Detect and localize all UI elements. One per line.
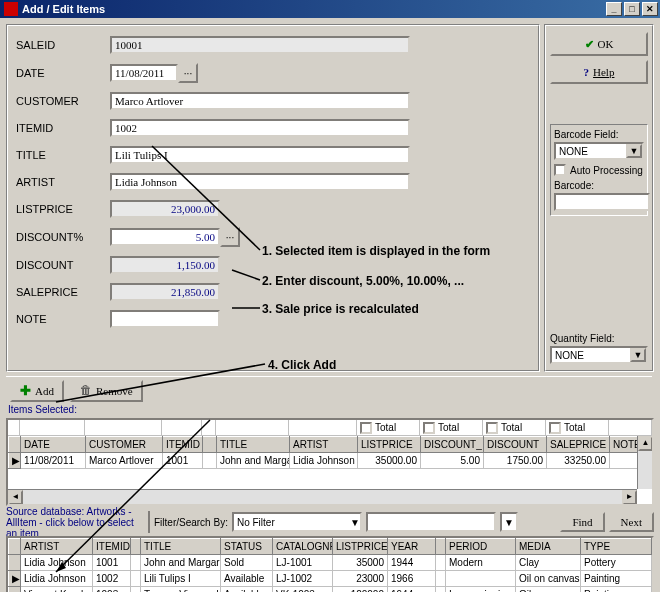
source-grid: ARTIST ITEMID TITLE STATUS CATALOGNR LIS… — [6, 536, 654, 592]
source-bar: Source database: Artworks - AllItem - cl… — [6, 510, 654, 534]
add-label: Add — [35, 385, 54, 397]
autoprocessing-label: Auto Processing — [570, 165, 643, 176]
chevron-down-icon: ▼ — [630, 348, 646, 362]
date-field[interactable] — [110, 64, 178, 82]
itemid-field[interactable] — [110, 119, 410, 137]
chevron-down-icon: ▼ — [626, 144, 642, 158]
barcode-field-value: NONE — [559, 146, 588, 157]
next-button[interactable]: Next — [609, 512, 654, 532]
discount-field[interactable] — [110, 256, 220, 274]
date-picker-button[interactable]: ··· — [178, 63, 198, 83]
titlebar: Add / Edit Items _ □ ✕ — [0, 0, 660, 18]
label-title: TITLE — [16, 149, 110, 161]
filter-label: Filter/Search By: — [154, 517, 228, 528]
minimize-button[interactable]: _ — [606, 2, 622, 16]
titlebar-text: Add / Edit Items — [22, 3, 606, 15]
discountpct-field[interactable] — [110, 228, 220, 246]
quantity-field-value: NONE — [555, 350, 584, 361]
ok-button[interactable]: ✔ OK — [550, 32, 648, 56]
toolbar: ✚ Add 🗑 Remove — [6, 376, 652, 404]
title-field[interactable] — [110, 146, 410, 164]
help-icon: ? — [584, 66, 590, 78]
filter-input[interactable] — [366, 512, 496, 532]
artist-field[interactable] — [110, 173, 410, 191]
label-listprice: LISTPRICE — [16, 203, 110, 215]
label-itemid: ITEMID — [16, 122, 110, 134]
total-discount-checkbox[interactable] — [486, 422, 498, 434]
label-date: DATE — [16, 67, 110, 79]
total-discountpct-checkbox[interactable] — [423, 422, 435, 434]
total-listprice-checkbox[interactable] — [360, 422, 372, 434]
add-button[interactable]: ✚ Add — [10, 380, 64, 402]
label-discountpct: DISCOUNT% — [16, 231, 110, 243]
saleprice-field[interactable] — [110, 283, 220, 301]
help-label: Help — [593, 66, 614, 78]
filter-mini-select[interactable]: ▼ — [500, 512, 518, 532]
barcode-input[interactable] — [554, 193, 650, 211]
trash-icon: 🗑 — [80, 383, 92, 398]
ok-label: OK — [598, 38, 614, 50]
label-artist: ARTIST — [16, 176, 110, 188]
source-info: Source database: Artworks - AllItem - cl… — [6, 506, 144, 539]
form-panel: SALEID DATE ··· CUSTOMER ITEMID TITLE — [6, 24, 540, 372]
titlebar-controls: _ □ ✕ — [606, 2, 658, 16]
discount-picker-button[interactable]: ··· — [220, 227, 240, 247]
note-field[interactable] — [110, 310, 220, 328]
table-row[interactable]: ▶ Lidia Johnson 1002 Lili Tulips I Avail… — [9, 571, 652, 587]
label-saleprice: SALEPRICE — [16, 286, 110, 298]
filter-value: No Filter — [237, 517, 275, 528]
row-pointer-icon: ▶ — [9, 453, 21, 469]
listprice-field[interactable] — [110, 200, 220, 218]
items-table[interactable]: DATE CUSTOMER ITEMID TITLE ARTIST LISTPR… — [8, 436, 652, 469]
customer-field[interactable] — [110, 92, 410, 110]
table-row[interactable]: Vincent Korgh 1003 Tuscan Vineyard Avail… — [9, 587, 652, 593]
filter-select[interactable]: No Filter ▼ — [232, 512, 362, 532]
chevron-down-icon: ▼ — [350, 517, 360, 528]
help-button[interactable]: ? Help — [550, 60, 648, 84]
quantity-field-select[interactable]: NONE ▼ — [550, 346, 648, 364]
barcode-label: Barcode: — [554, 180, 644, 191]
remove-button[interactable]: 🗑 Remove — [70, 380, 143, 402]
side-panel: ✔ OK ? Help Barcode Field: NONE ▼ Auto P… — [544, 24, 654, 372]
label-customer: CUSTOMER — [16, 95, 110, 107]
scrollbar-vertical[interactable]: ▲ — [637, 436, 652, 489]
barcode-field-select[interactable]: NONE ▼ — [554, 142, 644, 160]
items-header-row: DATE CUSTOMER ITEMID TITLE ARTIST LISTPR… — [9, 437, 652, 453]
table-row[interactable]: ▶ 11/08/2011 Marco Artlover 1001 John an… — [9, 453, 652, 469]
label-saleid: SALEID — [16, 39, 110, 51]
source-header-row: ARTIST ITEMID TITLE STATUS CATALOGNR LIS… — [9, 539, 652, 555]
close-button[interactable]: ✕ — [642, 2, 658, 16]
label-note: NOTE — [16, 313, 110, 325]
items-grid: Total Total Total Total DATE CUSTOMER IT… — [6, 418, 654, 506]
saleid-field[interactable] — [110, 36, 410, 54]
autoprocessing-checkbox[interactable] — [554, 164, 566, 176]
find-button[interactable]: Find — [560, 512, 604, 532]
barcode-group: Barcode Field: NONE ▼ Auto Processing Ba… — [550, 124, 648, 216]
totals-row: Total Total Total Total — [8, 420, 652, 436]
source-table[interactable]: ARTIST ITEMID TITLE STATUS CATALOGNR LIS… — [8, 538, 652, 592]
app-icon — [4, 2, 18, 16]
scrollbar-horizontal[interactable]: ◄► — [8, 489, 637, 504]
remove-label: Remove — [96, 385, 133, 397]
chevron-down-icon: ▼ — [504, 517, 514, 528]
quantity-field-label: Quantity Field: — [550, 333, 648, 344]
items-selected-label: Items Selected: — [8, 404, 77, 415]
checkmark-icon: ✔ — [585, 38, 594, 51]
plus-icon: ✚ — [20, 383, 31, 399]
total-saleprice-checkbox[interactable] — [549, 422, 561, 434]
label-discount: DISCOUNT — [16, 259, 110, 271]
barcode-field-label: Barcode Field: — [554, 129, 644, 140]
maximize-button[interactable]: □ — [624, 2, 640, 16]
table-row[interactable]: Lidia Johnson 1001 John and Margar Sold … — [9, 555, 652, 571]
